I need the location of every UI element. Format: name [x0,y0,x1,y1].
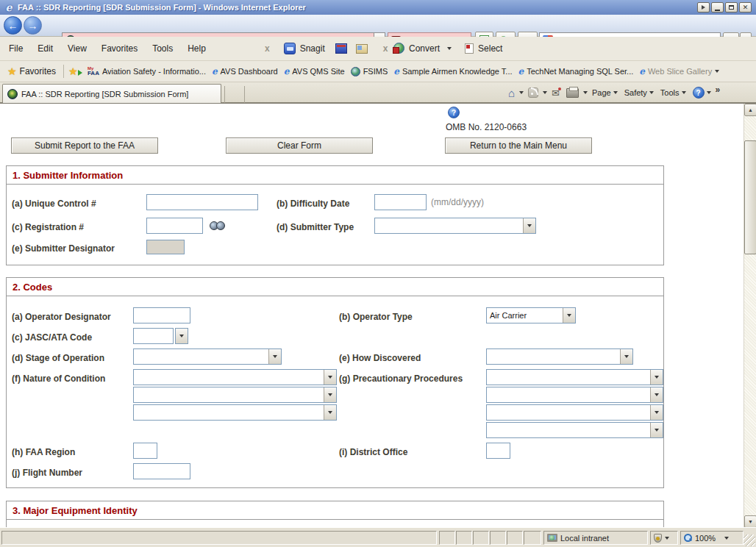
toolbar-overflow-button[interactable]: » [716,85,721,95]
nature-of-condition-select-2[interactable] [133,387,337,403]
omb-help-button[interactable]: ? [448,107,460,118]
precautionary-procedures-select-4[interactable] [486,422,663,438]
protected-mode-pane[interactable] [650,531,678,545]
minimize-button[interactable] [711,2,724,12]
nature-of-condition-select-1[interactable] [133,369,337,385]
safety-menu-button[interactable]: Safety [622,87,656,99]
submit-report-button[interactable]: Submit Report to the FAA [11,137,158,154]
stage-of-operation-select[interactable] [133,348,282,365]
menu-tools[interactable]: Tools [146,41,179,56]
chevron-down-icon [707,91,711,94]
favorite-link-web-slice-gallery[interactable]: e Web Slice Gallery [636,64,722,79]
myfaa-bottom-text: FAA [88,71,99,76]
select-dropdown-button[interactable] [650,405,663,420]
select-dropdown-button[interactable] [563,308,575,323]
restore-button[interactable] [725,2,738,12]
resize-grip[interactable] [743,535,755,546]
new-tab-stub[interactable] [224,86,245,103]
chevron-down-icon [328,411,332,414]
select-dropdown-button[interactable] [523,218,535,233]
precautionary-procedures-select-1[interactable] [486,369,663,385]
operator-type-select[interactable]: Air Carrier [486,307,576,323]
precautionary-procedures-select-2[interactable] [486,387,663,403]
submitter-type-select[interactable] [374,218,536,234]
favorite-link-avs-dashboard[interactable]: e AVS Dashboard [209,64,281,79]
favorite-link-sample-airmen[interactable]: e Sample Airmen Knowledge T... [391,64,515,79]
safety-menu-label: Safety [624,88,647,97]
favorites-bar: ★ Favorites ★ MyFAA Aviation Safety - In… [0,61,756,82]
select-dropdown-button[interactable] [324,405,336,420]
scroll-up-button[interactable]: ▲ [744,104,756,116]
jasc-ata-lookup-button[interactable] [175,328,188,344]
read-mail-button[interactable]: ✉ [549,86,562,100]
ie-favicon-icon: e [212,66,218,76]
select-dropdown-button[interactable] [324,387,336,402]
favorite-link-fsims[interactable]: FSIMS [348,65,391,79]
home-button[interactable]: ⌂ [506,86,517,100]
tools-menu-label: Tools [660,88,680,97]
add-favorite-button[interactable]: ★ [68,65,82,77]
section-submitter-information: 1. Submitter Information (a) Unique Cont… [6,165,664,265]
chevron-down-icon[interactable] [447,47,452,50]
favorites-label: Favorites [20,66,56,76]
tab-sdr-submission-form[interactable]: FAA :: SDR Reporting [SDR Submission For… [2,84,221,103]
operator-designator-input[interactable] [133,307,190,323]
select-dropdown-button[interactable] [268,349,281,364]
how-discovered-select[interactable] [486,348,633,365]
feeds-dropdown[interactable] [543,91,547,94]
registration-input[interactable] [146,218,203,234]
snagit-profile-button[interactable] [356,44,368,54]
select-dropdown-button[interactable] [650,387,663,402]
home-dropdown[interactable] [519,91,524,94]
precautionary-procedures-select-3[interactable] [486,404,663,421]
snagit-icon[interactable] [284,43,296,54]
chevron-down-icon [655,393,659,396]
snagit-label[interactable]: Snagit [300,43,325,54]
select-dropdown-button[interactable] [650,423,663,437]
command-bar: ⌂ ✉ Page Safety Tools ? » [506,84,720,101]
jasc-ata-code-input[interactable] [133,328,174,344]
registration-lookup-binoculars-icon[interactable] [210,220,226,230]
scrollbar-thumb[interactable] [744,140,756,254]
vertical-scrollbar[interactable]: ▲ ▼ [743,104,756,528]
scroll-down-button[interactable]: ▼ [744,515,756,528]
favorites-button[interactable]: ★ Favorites [4,63,59,79]
close-button[interactable]: ✕ [739,2,752,12]
favorite-link-aviation-safety[interactable]: MyFAA Aviation Safety - Informatio... [85,64,209,79]
district-office-input[interactable] [486,443,510,459]
toolbar-close-button[interactable]: x [261,43,274,54]
faa-region-input[interactable] [133,443,157,459]
status-pane [490,531,506,545]
menu-view[interactable]: View [62,41,93,56]
feeds-button[interactable] [526,86,541,99]
page-menu-button[interactable]: Page [590,87,620,99]
print-dropdown[interactable] [583,91,588,94]
menu-file[interactable]: File [3,41,29,56]
select-dropdown-button[interactable] [324,370,336,385]
toolbar-expand-button[interactable] [697,2,710,12]
nature-of-condition-select-3[interactable] [133,404,337,421]
menu-favorites[interactable]: Favorites [96,41,143,56]
favorite-link-technet-sql[interactable]: e TechNet Managing SQL Ser... [516,64,637,79]
clear-form-button[interactable]: Clear Form [226,137,373,154]
print-button[interactable] [564,87,581,99]
zoom-control-pane[interactable]: 100% [680,531,743,545]
back-button[interactable]: ← [4,16,22,35]
difficulty-date-input[interactable] [374,194,427,210]
menu-help[interactable]: Help [182,41,212,56]
toolbar-close-button[interactable]: x [379,43,392,54]
title-bar: e FAA :: SDR Reporting [SDR Submission F… [0,0,756,15]
forward-button[interactable]: → [24,16,42,35]
unique-control-input[interactable] [146,194,258,210]
select-dropdown-button[interactable] [620,349,632,364]
favorite-link-avs-qms[interactable]: e AVS QMS Site [281,64,348,79]
tools-menu-button[interactable]: Tools [658,87,688,99]
convert-button[interactable]: Convert [409,43,440,54]
select-dropdown-button[interactable] [650,370,663,385]
flight-number-input[interactable] [133,463,190,479]
snagit-capture-button[interactable] [335,43,347,54]
select-button[interactable]: Select [478,43,502,54]
help-menu-button[interactable]: ? [691,85,713,100]
menu-edit[interactable]: Edit [32,41,59,56]
return-main-menu-button[interactable]: Return to the Main Menu [445,137,592,154]
